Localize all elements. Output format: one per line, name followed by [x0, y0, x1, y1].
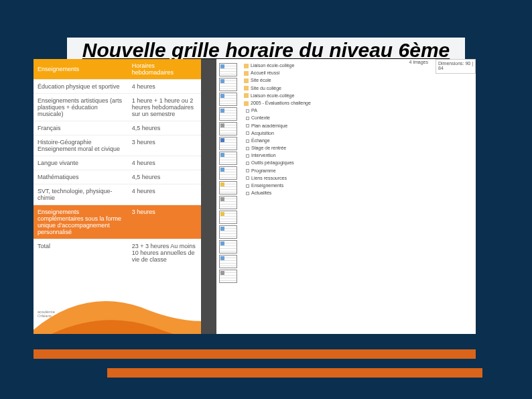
tree-item[interactable]: Site du collège [244, 84, 472, 92]
table-row: Enseignements artistiques (arts plastiqu… [34, 94, 201, 121]
tree-item[interactable]: Enseignements [244, 182, 472, 189]
decorative-swirl [34, 267, 201, 334]
bullet-icon [246, 131, 249, 135]
cell-subject: Enseignements artistiques (arts plastiqu… [34, 94, 128, 121]
academie-logo: académie Orléans [38, 310, 58, 330]
divider-panel [201, 59, 216, 334]
bullet-icon [246, 184, 249, 188]
tree-item[interactable]: Programme [244, 167, 472, 174]
slide-thumb[interactable] [219, 107, 237, 121]
cell-subject: Histoire-Géographie Enseignement moral e… [34, 135, 128, 156]
tree-label: Intervention [251, 153, 276, 158]
tree-item[interactable]: PA [244, 107, 472, 114]
bullet-icon [246, 147, 249, 150]
images-count-label: 4 images [407, 59, 430, 67]
slide-thumb[interactable] [219, 211, 237, 224]
tree-label: Liaison école-collège [251, 93, 294, 98]
tree-label: Programme [251, 168, 276, 173]
tree-label: Contexte [251, 115, 270, 120]
cell-subject: Éducation physique et sportive [34, 80, 128, 94]
slide-thumb[interactable] [219, 93, 237, 106]
tree-item[interactable]: Site école [244, 76, 472, 84]
slide-thumb[interactable] [219, 78, 237, 91]
bullet-icon [246, 117, 249, 120]
tree-label: Site du collège [251, 86, 281, 91]
table-row: Histoire-Géographie Enseignement moral e… [34, 135, 201, 156]
slide-thumb[interactable] [219, 181, 237, 194]
tree-item[interactable]: Acquisition [244, 129, 472, 137]
cell-hours: 4 heures [128, 156, 201, 170]
folder-icon [244, 64, 249, 68]
slide-thumb[interactable] [219, 137, 237, 150]
cell-subject: SVT, technologie, physique-chimie [34, 184, 128, 205]
tree-label: 2005 - Évaluations challenge [251, 101, 311, 105]
timetable: Enseignements Horaires hebdomadaires Édu… [34, 59, 201, 266]
bullet-icon [246, 176, 249, 180]
th-hours: Horaires hebdomadaires [128, 59, 201, 80]
tree-item[interactable]: Échange [244, 137, 472, 144]
bullet-icon [246, 154, 249, 158]
cell-hours: 4 heures [128, 184, 201, 205]
timetable-panel: Enseignements Horaires hebdomadaires Édu… [34, 59, 201, 334]
outline-tree: Liaison école-collège Accueil réussi Sit… [240, 59, 476, 334]
slide-thumb[interactable] [219, 270, 237, 283]
tree-item[interactable]: Liens ressources [244, 174, 472, 182]
tree-label: Acquisition [251, 131, 274, 135]
tree-item[interactable]: Stage de rentrée [244, 144, 472, 152]
th-subject: Enseignements [34, 59, 128, 80]
tree-item[interactable]: Outils pédagogiques [244, 159, 472, 166]
folder-icon [244, 86, 249, 91]
footer-bar-upper [34, 349, 476, 359]
thumbnail-column [216, 59, 240, 334]
bullet-icon [246, 124, 249, 127]
tree-label: Outils pédagogiques [251, 160, 294, 165]
slide-thumb[interactable] [219, 255, 237, 268]
tree-item[interactable]: Actualités [244, 189, 472, 196]
table-row-total: Total23 + 3 heures Au moins 10 heures an… [34, 239, 201, 267]
tree-item[interactable]: Plan académique [244, 122, 472, 129]
table-row: Mathématiques4,5 heures [34, 170, 201, 184]
tree-label: Liens ressources [251, 176, 287, 180]
tree-label: Enseignements [251, 183, 283, 188]
table-row: Langue vivante4 heures [34, 156, 201, 170]
cell-hours: 23 + 3 heures Au moins 10 heures annuell… [128, 239, 201, 267]
folder-icon [244, 78, 249, 83]
tree-label: Plan académique [251, 123, 287, 128]
tree-item[interactable]: Liaison école-collège [244, 92, 472, 99]
cell-hours: 3 heures [128, 205, 201, 239]
slide-thumb[interactable] [219, 152, 237, 165]
footer-bar-lower [107, 368, 482, 378]
folder-icon [244, 101, 249, 106]
slide-thumb[interactable] [219, 122, 237, 135]
tree-item[interactable]: 2005 - Évaluations challenge [244, 99, 472, 107]
cell-subject: Mathématiques [34, 170, 128, 184]
slide-thumb[interactable] [219, 240, 237, 253]
slide-thumb[interactable] [219, 63, 237, 76]
cell-hours: 1 heure + 1 heure ou 2 heures hebdomadai… [128, 94, 201, 121]
cell-subject: Total [34, 239, 128, 267]
tree-item[interactable]: Intervention [244, 152, 472, 159]
tree-label: Site école [251, 78, 271, 82]
table-row: Français4,5 heures [34, 121, 201, 135]
tree-label: Accueil réussi [251, 70, 279, 75]
tree-item[interactable]: Contexte [244, 114, 472, 121]
folder-icon [244, 71, 249, 76]
cell-hours: 4,5 heures [128, 170, 201, 184]
bullet-icon [246, 169, 249, 172]
cell-subject: Français [34, 121, 128, 135]
table-row-highlight: Enseignements complémentaires sous la fo… [34, 205, 201, 239]
slide-thumb[interactable] [219, 196, 237, 209]
table-row: SVT, technologie, physique-chimie4 heure… [34, 184, 201, 205]
bullet-icon [246, 109, 249, 113]
bullet-icon [246, 139, 249, 143]
cell-hours: 4 heures [128, 80, 201, 94]
cell-hours: 4,5 heures [128, 121, 201, 135]
bullet-icon [246, 162, 249, 165]
folder-icon [244, 93, 249, 98]
content-area: Enseignements Horaires hebdomadaires Édu… [34, 59, 476, 334]
cell-subject: Langue vivante [34, 156, 128, 170]
tree-label: Échange [251, 138, 270, 143]
cell-hours: 3 heures [128, 135, 201, 156]
slide-thumb[interactable] [219, 225, 237, 239]
slide-thumb[interactable] [219, 166, 237, 180]
